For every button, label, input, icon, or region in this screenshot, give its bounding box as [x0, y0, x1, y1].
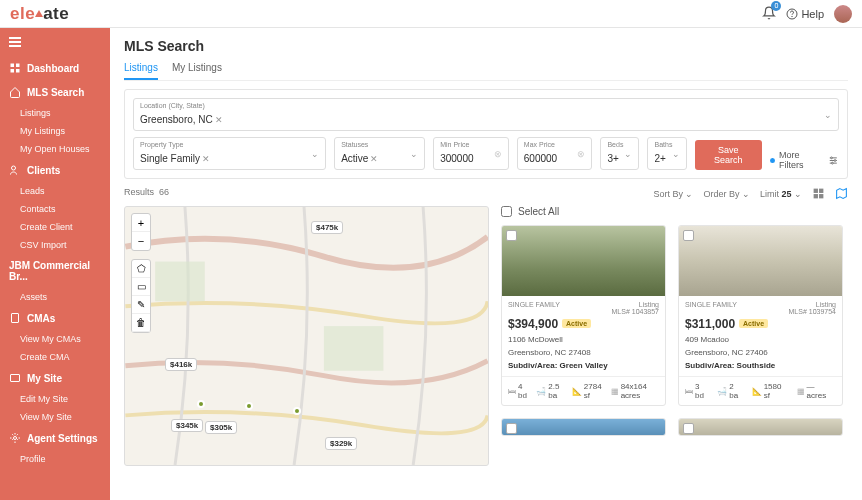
sidebar-sub-contacts[interactable]: Contacts [0, 200, 110, 218]
sort-by-dropdown[interactable]: Sort By ⌄ [653, 189, 693, 199]
sidebar-item-dashboard[interactable]: Dashboard [0, 56, 110, 80]
map-cluster-dot[interactable] [197, 400, 205, 408]
svg-point-13 [831, 156, 833, 158]
min-price-input[interactable] [440, 153, 490, 164]
sidebar-item-clients[interactable]: Clients [0, 158, 110, 182]
order-by-dropdown[interactable]: Order By ⌄ [703, 189, 750, 199]
listing-card[interactable] [678, 418, 843, 436]
sidebar-sub-my-listings[interactable]: My Listings [0, 122, 110, 140]
hamburger-button[interactable] [0, 28, 110, 56]
card-checkbox[interactable] [683, 423, 694, 434]
status-badge: Active [562, 319, 591, 328]
map-price-pin[interactable]: $475k [311, 221, 343, 234]
sidebar-item-agent-settings[interactable]: Agent Settings [0, 426, 110, 450]
max-price-input[interactable] [524, 153, 574, 164]
zoom-in-button[interactable]: + [132, 214, 150, 232]
sidebar-sub-create-cma[interactable]: Create CMA [0, 348, 110, 366]
clear-icon[interactable]: ✕ [370, 154, 378, 164]
sidebar-label: Clients [27, 165, 60, 176]
card-checkbox[interactable] [506, 423, 517, 434]
zoom-out-button[interactable]: − [132, 232, 150, 250]
avatar[interactable] [834, 5, 852, 23]
chevron-down-icon: ⌄ [311, 149, 319, 159]
sidebar-sub-leads[interactable]: Leads [0, 182, 110, 200]
map-price-pin[interactable]: $345k [171, 419, 203, 432]
svg-rect-5 [16, 69, 20, 73]
sidebar-sub-assets[interactable]: Assets [0, 288, 110, 306]
min-price-field[interactable]: Min Price ⊗ [433, 137, 509, 170]
baths-field[interactable]: Baths 2+ ⌄ [647, 137, 686, 170]
sidebar-sub-edit-site[interactable]: Edit My Site [0, 390, 110, 408]
map-price-pin[interactable]: $329k [325, 437, 357, 450]
delete-shapes-button[interactable]: 🗑 [132, 314, 150, 332]
select-all-checkbox[interactable] [501, 206, 512, 217]
svg-rect-18 [814, 194, 818, 198]
map-view-icon[interactable] [835, 187, 848, 200]
map-panel[interactable]: + − ⬠ ▭ ✎ 🗑 $475k$416k$345k$305k$329k [124, 206, 489, 466]
subdivision: Subdiv/Area: Green Valley [502, 359, 665, 372]
sidebar-item-cmas[interactable]: CMAs [0, 306, 110, 330]
svg-point-14 [835, 159, 837, 161]
svg-rect-19 [819, 194, 823, 198]
map-cluster-dot[interactable] [245, 402, 253, 410]
help-label: Help [801, 8, 824, 20]
clear-icon[interactable]: ✕ [202, 154, 210, 164]
save-search-button[interactable]: Save Search [695, 140, 763, 170]
draw-polygon-button[interactable]: ⬠ [132, 260, 150, 278]
baths-stat: 🛁2 ba [717, 382, 744, 400]
listing-label: Listing [612, 301, 659, 308]
sidebar-sub-view-cmas[interactable]: View My CMAs [0, 330, 110, 348]
draw-rect-button[interactable]: ▭ [132, 278, 150, 296]
field-label: Baths [654, 141, 679, 148]
card-checkbox[interactable] [683, 230, 694, 241]
subdivision: Subdiv/Area: Southside [679, 359, 842, 372]
map-cluster-dot[interactable] [293, 407, 301, 415]
sidebar-sub-listings[interactable]: Listings [0, 104, 110, 122]
sidebar-sub-create-client[interactable]: Create Client [0, 218, 110, 236]
page-title: MLS Search [124, 38, 848, 54]
sidebar-label: Dashboard [27, 63, 79, 74]
notifications-button[interactable]: 0 [762, 6, 776, 22]
help-link[interactable]: Help [786, 8, 824, 20]
clear-icon[interactable]: ✕ [215, 115, 223, 125]
beds-field[interactable]: Beds 3+ ⌄ [600, 137, 639, 170]
sidebar-label: MLS Search [27, 87, 84, 98]
listing-panel: Select All SINGLE FAMILY Listing MLS# 10… [501, 206, 848, 466]
listing-card[interactable] [501, 418, 666, 436]
sidebar-sub-view-site[interactable]: View My Site [0, 408, 110, 426]
more-filters-link[interactable]: More Filters [770, 150, 839, 170]
edit-shapes-button[interactable]: ✎ [132, 296, 150, 314]
sidebar-item-jbm[interactable]: JBM Commercial Br... [0, 254, 110, 288]
sidebar: Dashboard MLS Search Listings My Listing… [0, 28, 110, 500]
sidebar-item-my-site[interactable]: My Site [0, 366, 110, 390]
baths-stat: 🛁2.5 ba [536, 382, 565, 400]
tab-my-listings[interactable]: My Listings [172, 62, 222, 80]
location-field[interactable]: Location (City, State) Greensboro, NC✕ ⌄ [133, 98, 839, 131]
field-label: Beds [607, 141, 632, 148]
svg-rect-22 [324, 326, 384, 371]
tab-listings[interactable]: Listings [124, 62, 158, 80]
grid-view-icon[interactable] [812, 187, 825, 200]
filter-panel: Location (City, State) Greensboro, NC✕ ⌄… [124, 89, 848, 179]
max-price-field[interactable]: Max Price ⊗ [517, 137, 593, 170]
card-checkbox[interactable] [506, 230, 517, 241]
clear-icon[interactable]: ⊗ [577, 149, 585, 159]
status-field[interactable]: Statuses Active✕ ⌄ [334, 137, 425, 170]
sidebar-sub-open-houses[interactable]: My Open Houses [0, 140, 110, 158]
listing-card[interactable]: SINGLE FAMILY Listing MLS# 1039754 $311,… [678, 225, 843, 406]
svg-rect-21 [155, 262, 205, 302]
doc-icon [9, 312, 21, 324]
logo-triangle-icon [35, 10, 43, 17]
map-price-pin[interactable]: $416k [165, 358, 197, 371]
sidebar-sub-csv-import[interactable]: CSV Import [0, 236, 110, 254]
limit-dropdown[interactable]: Limit 25 ⌄ [760, 189, 802, 199]
map-price-pin[interactable]: $305k [205, 421, 237, 434]
logo[interactable]: eleate [0, 4, 69, 24]
sidebar-item-mls-search[interactable]: MLS Search [0, 80, 110, 104]
field-value: 3+ [607, 153, 618, 164]
listing-card[interactable]: SINGLE FAMILY Listing MLS# 1043857 $394,… [501, 225, 666, 406]
clear-icon[interactable]: ⊗ [494, 149, 502, 159]
sqft-stat: 📐2784 sf [572, 382, 604, 400]
sidebar-sub-profile[interactable]: Profile [0, 450, 110, 468]
property-type-field[interactable]: Property Type Single Family✕ ⌄ [133, 137, 326, 170]
